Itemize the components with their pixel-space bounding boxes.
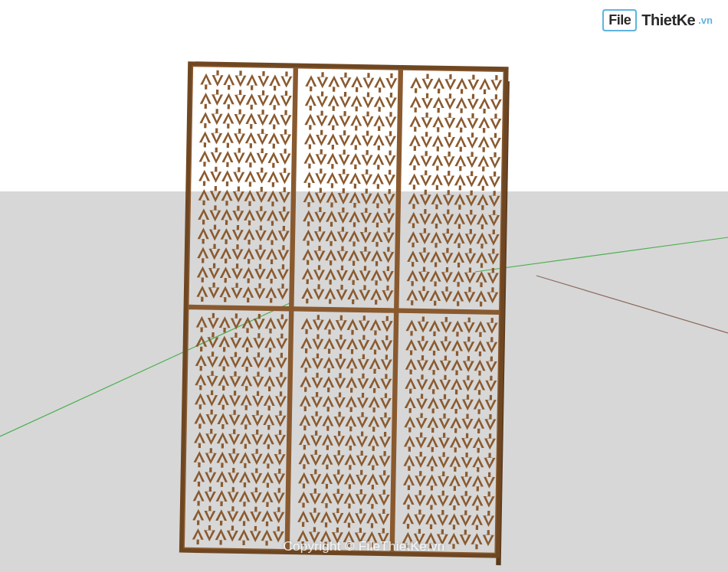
lattice-screen-model[interactable] <box>0 0 728 572</box>
screen-panels-group <box>181 64 510 565</box>
site-logo: File ThietKe .vn <box>602 9 713 31</box>
logo-suffix: .vn <box>698 15 713 26</box>
logo-main-text: ThietKe <box>641 11 695 29</box>
copyright-watermark: Copyright © FileThietKe.vn <box>283 539 444 554</box>
logo-boxed-text: File <box>602 9 637 31</box>
viewport-3d[interactable]: File ThietKe .vn Copyright © FileThietKe… <box>0 0 728 572</box>
